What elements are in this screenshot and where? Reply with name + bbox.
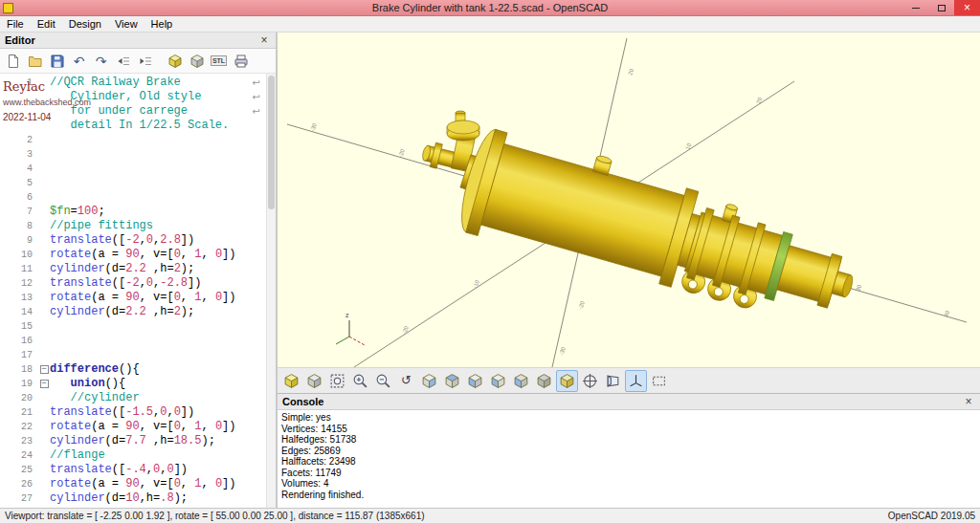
zoom-in-button[interactable] — [349, 370, 371, 392]
maximize-button[interactable] — [928, 0, 954, 15]
menu-design[interactable]: Design — [62, 17, 108, 31]
fold-margin — [38, 276, 50, 291]
view-bottom-button[interactable] — [464, 370, 486, 392]
console-close-button[interactable]: × — [962, 395, 975, 408]
status-viewport-text: Viewport: translate = [ -2.25 0.00 1.92 … — [5, 511, 425, 521]
send-print-button[interactable] — [230, 51, 252, 72]
code-row[interactable]: 6 — [0, 190, 276, 205]
open-folder-button[interactable] — [24, 51, 46, 72]
fold-margin — [38, 291, 50, 305]
axis-tick-label: 20 — [755, 96, 763, 104]
code-text: translate([-2,0,-2.8]) — [50, 276, 201, 291]
menu-help[interactable]: Help — [145, 17, 180, 31]
view-bottom-icon — [467, 373, 483, 389]
menu-file[interactable]: File — [0, 17, 31, 31]
main-area: Editor × ↶↷STL 1//QCR Railway Brake↩ Cyl… — [0, 33, 980, 508]
code-row[interactable]: 15 — [0, 319, 276, 334]
export-stl-icon: STL — [211, 55, 227, 66]
code-row[interactable]: 10rotate(a = 90, v=[0, 1, 0]) — [0, 248, 276, 262]
code-row[interactable]: 28 — [0, 506, 276, 508]
code-row[interactable]: 22rotate(a = 90, v=[0, 1, 0]) — [0, 420, 276, 434]
editor-close-button[interactable]: × — [257, 33, 271, 47]
export-stl-button[interactable]: STL — [208, 51, 230, 72]
zoom-out-button[interactable] — [372, 370, 394, 392]
render-button[interactable] — [303, 370, 325, 392]
menu-edit[interactable]: Edit — [31, 17, 62, 31]
view-back-button[interactable] — [533, 370, 555, 392]
code-row[interactable]: 24//flange — [0, 448, 276, 463]
code-row[interactable]: 7$fn=100; — [0, 205, 276, 219]
fold-marker[interactable]: − — [38, 362, 50, 377]
preview-icon — [283, 373, 300, 389]
zoom-out-icon — [375, 373, 391, 389]
fold-marker[interactable]: − — [38, 377, 50, 391]
save-button[interactable] — [46, 51, 68, 72]
code-row[interactable]: 21translate([-1.5,0,0]) — [0, 405, 276, 420]
redo-button[interactable]: ↷ — [90, 51, 112, 72]
view-perspective-button[interactable] — [602, 370, 624, 392]
code-row[interactable]: 13rotate(a = 90, v=[0, 1, 0]) — [0, 291, 276, 305]
editor-vscrollbar-thumb[interactable] — [268, 76, 275, 209]
code-row[interactable]: 8//pipe fittings — [0, 219, 276, 233]
line-number: 10 — [0, 248, 38, 262]
code-row[interactable]: 26rotate(a = 90, v=[0, 1, 0]) — [0, 477, 276, 491]
cylinder-body — [454, 122, 867, 338]
undo-icon: ↶ — [74, 54, 85, 68]
console-panel: Console × Simple: yesVertices: 14155Half… — [278, 393, 980, 508]
view-right-button[interactable] — [418, 370, 440, 392]
title-bar[interactable]: Brake Cylinder with tank 1-22.5.scad - O… — [0, 0, 980, 16]
code-row[interactable]: 2 — [0, 133, 276, 147]
line-number: 20 — [0, 391, 38, 405]
code-text: cylinder(d=2.2 ,h=2); — [50, 305, 194, 319]
menu-view[interactable]: View — [108, 17, 145, 31]
code-row[interactable]: 4 — [0, 162, 276, 176]
code-row[interactable]: 16 — [0, 334, 276, 348]
close-button[interactable]: × — [954, 0, 980, 15]
view-front-button[interactable] — [510, 370, 532, 392]
code-row[interactable]: 19− union(){ — [0, 377, 276, 391]
view-top-button[interactable] — [441, 370, 463, 392]
code-row[interactable]: 27cylinder(d=10,h=.8); — [0, 491, 276, 506]
editor-vscrollbar[interactable] — [266, 74, 276, 508]
code-row[interactable]: 18−difference(){ — [0, 362, 276, 377]
code-row[interactable]: 11cylinder(d=2.2 ,h=2); — [0, 262, 276, 276]
indent-button[interactable] — [134, 51, 156, 72]
show-axes-button[interactable] — [625, 370, 647, 392]
editor-panel-header[interactable]: Editor × — [0, 33, 276, 49]
console-line: Simple: yes — [281, 412, 976, 424]
code-row[interactable]: 25translate([-.4,0,0]) — [0, 463, 276, 477]
code-row[interactable]: 12translate([-2,0,-2.8]) — [0, 276, 276, 291]
code-row[interactable]: 9translate([-2,0,2.8]) — [0, 233, 276, 248]
fold-margin — [38, 405, 50, 420]
view-center-button[interactable] — [579, 370, 601, 392]
line-number: 8 — [0, 219, 38, 233]
code-row[interactable]: 14cylinder(d=2.2 ,h=2); — [0, 305, 276, 319]
show-scale-markers-icon — [651, 373, 667, 389]
code-row[interactable]: 20 //cylinder — [0, 391, 276, 405]
minimize-button[interactable] — [902, 0, 928, 15]
render-button[interactable] — [186, 51, 208, 72]
show-axes-icon — [628, 373, 644, 389]
console-lines[interactable]: Simple: yesVertices: 14155Halfedges: 517… — [278, 410, 980, 508]
view-left-button[interactable] — [487, 370, 509, 392]
code-row[interactable]: 5 — [0, 176, 276, 190]
viewport-3d[interactable]: -30-20-10203040-20-10102020-20-30 — [278, 33, 980, 367]
line-number: 9 — [0, 233, 38, 248]
console-panel-header[interactable]: Console × — [278, 394, 980, 410]
view-all-button[interactable] — [326, 370, 348, 392]
3d-canvas[interactable]: -30-20-10203040-20-10102020-20-30 — [278, 33, 980, 367]
unindent-button[interactable] — [112, 51, 134, 72]
code-row[interactable]: 3 — [0, 147, 276, 162]
show-scale-markers-button[interactable] — [648, 370, 670, 392]
undo-button[interactable]: ↶ — [68, 51, 90, 72]
view-diagonal-button[interactable] — [556, 370, 578, 392]
preview-button[interactable] — [280, 370, 302, 392]
new-file-button[interactable] — [2, 51, 24, 72]
preview-button[interactable] — [164, 51, 186, 72]
code-row[interactable]: 17 — [0, 348, 276, 362]
code-row[interactable]: 23cylinder(d=7.7 ,h=18.5); — [0, 434, 276, 448]
code-editor[interactable]: 1//QCR Railway Brake↩ Cylinder, Old styl… — [0, 74, 276, 508]
reset-view-button[interactable]: ↺ — [395, 370, 417, 392]
fold-margin — [38, 434, 50, 448]
fold-margin — [38, 319, 50, 334]
